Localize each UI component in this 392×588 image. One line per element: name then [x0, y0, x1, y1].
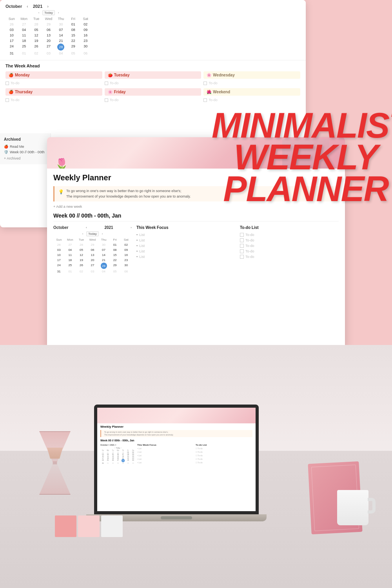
todo-item-1[interactable]: To-do: [240, 232, 339, 238]
mini-cal-nav-prev[interactable]: ‹: [86, 226, 87, 229]
wednesday-checkbox[interactable]: [203, 82, 207, 85]
panel-content: Weekly Planner 💡 To go wrong in one's ow…: [47, 169, 345, 279]
days-grid: 🍎 Monday To-do 🍅 Tuesday To: [5, 71, 300, 103]
screen-focus-title: This Week Focus: [137, 444, 194, 446]
calendar-grid: October ‹ 2021 › ‹ Today › Sun: [5, 4, 92, 56]
todo-item-3[interactable]: To-do: [240, 243, 339, 249]
tuesday-label: 🍅 Tuesday: [105, 71, 201, 79]
laptop-screen: Weekly Planner To go wrong in one's own …: [94, 405, 259, 514]
day-card-tuesday: 🍅 Tuesday To-do: [105, 71, 201, 86]
focus-title: This Week Focus: [136, 225, 235, 230]
friday-checkbox[interactable]: [105, 98, 108, 102]
todo-item-5[interactable]: To-do: [240, 254, 339, 260]
friday-label: 🌸 Friday: [105, 88, 201, 96]
calendar-nav-prev[interactable]: ‹: [25, 4, 29, 9]
mini-calendar: October ‹ 2021 › ‹ Today › Sun Mon Tue: [53, 225, 132, 274]
desk-background: Weekly Planner To go wrong in one's own …: [0, 345, 392, 588]
archived-item-readme[interactable]: 🍎 Read Me: [4, 144, 47, 149]
mini-day-names: Sun Mon Tue Wed Thu Fri Sat: [53, 238, 132, 241]
day-card-weekend: 🌺 Weekend To-do: [203, 88, 300, 103]
weekend-todo[interactable]: To-do: [203, 97, 300, 103]
week-content-grid: October ‹ 2021 › ‹ Today › Sun Mon Tue: [53, 225, 339, 274]
focus-item-5[interactable]: • List: [136, 254, 235, 260]
todo-list-panel: To-do List To-do To-do To-do: [240, 225, 339, 274]
day-card-friday: 🌸 Friday To-do: [105, 88, 201, 103]
calendar-day-names: Sun Mon Tue Wed Thu Fri Sat: [5, 17, 92, 21]
todo-item-2[interactable]: To-do: [240, 238, 339, 243]
tuesday-todo[interactable]: To-do: [105, 80, 201, 86]
todo-checkbox-1[interactable]: [240, 233, 244, 237]
archived-sidebar: Archived 🍎 Read Me 🛡️ Week 00 // 00th - …: [0, 133, 51, 164]
todo-title: To-do List: [240, 225, 339, 230]
laptop: Weekly Planner To go wrong in one's own …: [78, 405, 274, 521]
add-week-button[interactable]: + Add a new week: [53, 205, 339, 209]
weekend-checkbox[interactable]: [203, 98, 207, 102]
calendar-today-btn[interactable]: Today: [42, 10, 54, 15]
mini-today-btn[interactable]: Today: [86, 231, 98, 236]
hourglass-shape: [35, 431, 74, 502]
focus-item-4[interactable]: • List: [136, 249, 235, 254]
monday-todo[interactable]: To-do: [5, 80, 102, 86]
screen-planner-title: Weekly Planner: [97, 423, 256, 429]
wednesday-todo[interactable]: To-do: [203, 80, 300, 86]
tulip-icon: 🌷: [55, 158, 69, 169]
focus-list: This Week Focus • List • List • List •: [136, 225, 235, 274]
quote-box: 💡 To go wrong in one's own way is better…: [53, 186, 339, 201]
todo-item-4[interactable]: To-do: [240, 249, 339, 254]
bottom-section: Weekly Planner To go wrong in one's own …: [0, 345, 392, 588]
calendar-section: October ‹ 2021 › ‹ Today › Sun: [0, 0, 306, 60]
todo-checkbox-5[interactable]: [240, 255, 244, 259]
focus-item-3[interactable]: • List: [136, 243, 235, 249]
screen-mini-cal: October < 2021 > ‹Today› SuMoTuWeThFrSa …: [100, 444, 136, 465]
hourglass-bottom: [35, 463, 74, 495]
weekend-label: 🌺 Weekend: [203, 88, 300, 96]
thursday-checkbox[interactable]: [5, 98, 9, 102]
tuesday-checkbox[interactable]: [105, 82, 108, 85]
day-card-monday: 🍎 Monday To-do: [5, 71, 102, 86]
focus-item-2[interactable]: • List: [136, 238, 235, 243]
top-section: October ‹ 2021 › ‹ Today › Sun: [0, 0, 392, 345]
mini-cal-header: October ‹ 2021 ›: [53, 225, 132, 230]
quote-text: To go wrong in one's own way is better t…: [66, 189, 191, 199]
planner-title: Weekly Planner: [53, 173, 339, 182]
day-card-thursday: 🍎 Thursday To-do: [5, 88, 102, 103]
screen-banner: [97, 408, 256, 423]
screen-todo: To-do List ☐ To-do ☐ To-do ☐ To-do ☐ To-…: [196, 444, 252, 465]
sticky-note-white: [101, 515, 123, 537]
wednesday-label: 🌸 Wednesday: [203, 71, 300, 79]
day-card-wednesday: 🌸 Wednesday To-do: [203, 71, 300, 86]
focus-item-1[interactable]: • List: [136, 232, 235, 238]
hourglass: [31, 431, 78, 510]
mini-next-btn[interactable]: ›: [102, 232, 103, 236]
screen-week-title: Week 00 // 00th - 00th, Jan: [97, 438, 256, 443]
archived-title: Archived: [4, 137, 47, 142]
todo-checkbox-4[interactable]: [240, 249, 244, 253]
screen-focus: This Week Focus • List • List • List • L…: [137, 444, 194, 465]
week-ahead-section: The Week Ahead 🍎 Monday To-do 🍅 Tu: [0, 60, 306, 106]
archived-item-week[interactable]: 🛡️ Week 00 // 00th - 00th: [4, 149, 47, 155]
mini-prev-btn[interactable]: ‹: [82, 232, 83, 236]
todo-checkbox-2[interactable]: [240, 238, 244, 242]
calendar-next-btn[interactable]: ›: [58, 11, 59, 15]
mug-body: [337, 490, 368, 525]
main-weekly-planner-panel: 🌷 Weekly Planner 💡 To go wrong in one's …: [47, 137, 345, 345]
todo-checkbox-3[interactable]: [240, 244, 244, 248]
monday-checkbox[interactable]: [5, 82, 9, 85]
friday-todo[interactable]: To-do: [105, 97, 201, 103]
week-ahead-title: The Week Ahead: [5, 64, 300, 68]
screen-quote: To go wrong in one's own way is better t…: [100, 430, 252, 437]
sticky-note-light-pink: [78, 515, 100, 537]
week-section-title: Week 00 // 00th - 00th, Jan: [53, 212, 339, 221]
thursday-label: 🍎 Thursday: [5, 88, 102, 96]
screen-content-grid: October < 2021 > ‹Today› SuMoTuWeThFrSa …: [97, 443, 256, 465]
monday-label: 🍎 Monday: [5, 71, 102, 79]
calendar-days: 26 27 28 29 30 01 02 03 04 05 06 07 08 0…: [5, 22, 92, 56]
thursday-todo[interactable]: To-do: [5, 97, 102, 103]
archived-add-button[interactable]: + Archived: [4, 156, 47, 160]
mini-today-row: ‹ Today ›: [53, 231, 132, 236]
mini-cal-nav-next[interactable]: ›: [131, 226, 132, 229]
calendar-prev-btn[interactable]: ‹: [38, 11, 40, 15]
sticky-notes: [55, 515, 123, 537]
quote-icon: 💡: [58, 189, 64, 199]
calendar-nav-next[interactable]: ›: [46, 4, 50, 9]
